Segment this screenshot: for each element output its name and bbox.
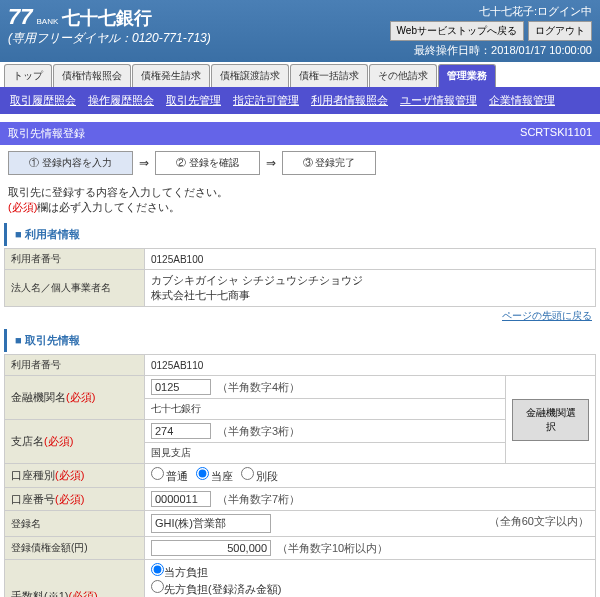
lbl-corp-name: 法人名／個人事業者名 [5, 270, 145, 307]
tab-top[interactable]: トップ [4, 64, 52, 87]
radio-futsuu[interactable] [151, 467, 164, 480]
lbl-account-type: 口座種別(必須) [5, 464, 145, 488]
lbl-user-no: 利用者番号 [5, 249, 145, 270]
val-corp-name: カブシキガイシャ シチジュウシチショウジ 株式会社七十七商事 [145, 270, 596, 307]
arrow-icon: ⇒ [139, 156, 149, 170]
sub-nav: 取引履歴照会 操作履歴照会 取引先管理 指定許可管理 利用者情報照会 ユーザ情報… [0, 87, 600, 114]
lbl-reg-name: 登録名 [5, 511, 145, 537]
lbl-fee: 手数料(※1)(必須) [5, 560, 145, 598]
radio-betsudan[interactable] [241, 467, 254, 480]
val-bank-name: 七十七銀行 [145, 399, 506, 420]
page-code: SCRTSKI1101 [520, 126, 592, 141]
branch-code-input[interactable]: 274 [151, 423, 211, 439]
page-title: 取引先情報登録 [8, 126, 85, 141]
val-branch-name: 国見支店 [145, 443, 506, 464]
lbl-bank: 金融機関名(必須) [5, 376, 145, 420]
partner-info-table: 利用者番号 0125AB110 金融機関名(必須) 0125（半角数字4桁） 金… [4, 354, 596, 597]
user-info-table: 利用者番号 0125AB100 法人名／個人事業者名 カブシキガイシャ シチジュ… [4, 248, 596, 307]
ws-top-button[interactable]: Webサービストップへ戻る [390, 21, 524, 41]
logo-77: 77 [8, 4, 32, 30]
val-bank-code: 0125（半角数字4桁） [145, 376, 506, 399]
free-dial: (専用フリーダイヤル：0120-771-713) [8, 30, 211, 47]
val-user-no: 0125AB100 [145, 249, 596, 270]
bank-name: 七十七銀行 [62, 6, 152, 30]
page-title-bar: 取引先情報登録 SCRTSKI1101 [0, 122, 600, 145]
lbl-account-no: 口座番号(必須) [5, 488, 145, 511]
section-user-info: ■ 利用者情報 [4, 223, 600, 246]
login-user: 七十七花子:ログイン中 [479, 4, 592, 19]
note-line2: 欄は必ず入力してください。 [37, 201, 180, 213]
lbl-amount: 登録債権金額(円) [5, 537, 145, 560]
step-1: ① 登録内容を入力 [8, 151, 133, 175]
lbl-branch: 支店名(必須) [5, 420, 145, 464]
bank-search-button[interactable]: 金融機関選択 [512, 399, 589, 441]
instruction-note: 取引先に登録する内容を入力してください。 (必須)欄は必ず入力してください。 [0, 181, 600, 219]
step-2: ② 登録を確認 [155, 151, 260, 175]
bank-code-input[interactable]: 0125 [151, 379, 211, 395]
tab-hassei[interactable]: 債権発生請求 [132, 64, 210, 87]
subnav-riyousha[interactable]: 利用者情報照会 [311, 93, 388, 108]
page-top-link[interactable]: ページの先頭に戻る [502, 310, 592, 321]
logo-bank-text: BANK [36, 17, 58, 26]
val-branch-code: 274（半角数字3桁） [145, 420, 506, 443]
account-type-radios: 普通 当座 別段 [151, 467, 589, 484]
radio-fee-senpou-reg[interactable] [151, 580, 164, 593]
arrow-icon: ⇒ [266, 156, 276, 170]
radio-touza[interactable] [196, 467, 209, 480]
tab-saiken-shoukai[interactable]: 債権情報照会 [53, 64, 131, 87]
step-indicator: ① 登録内容を入力 ⇒ ② 登録を確認 ⇒ ③ 登録完了 [0, 145, 600, 181]
subnav-torihiki-rireki[interactable]: 取引履歴照会 [10, 93, 76, 108]
required-mark: (必須) [8, 201, 37, 213]
reg-name-input[interactable]: GHI(株)営業部 [151, 514, 271, 533]
account-no-input[interactable]: 0000011 [151, 491, 211, 507]
tab-jouto[interactable]: 債権譲渡請求 [211, 64, 289, 87]
last-op-time: 最終操作日時：2018/01/17 10:00:00 [414, 43, 592, 58]
main-tabs: トップ 債権情報照会 債権発生請求 債権譲渡請求 債権一括請求 その他請求 管理… [0, 64, 600, 87]
tab-kanri[interactable]: 管理業務 [438, 64, 496, 87]
note-line1: 取引先に登録する内容を入力してください。 [8, 185, 592, 200]
section-partner-info: ■ 取引先情報 [4, 329, 600, 352]
val-fee: 当方負担 先方負担(登録済み金額) 先方負担(指定金額) 円（半角数字4桁以内）… [145, 560, 596, 598]
subnav-user[interactable]: ユーザ情報管理 [400, 93, 477, 108]
subnav-kigyou[interactable]: 企業情報管理 [489, 93, 555, 108]
step-3: ③ 登録完了 [282, 151, 377, 175]
lbl-partner-no: 利用者番号 [5, 355, 145, 376]
radio-fee-touhou[interactable] [151, 563, 164, 576]
amount-input[interactable]: 500,000 [151, 540, 271, 556]
logout-button[interactable]: ログアウト [528, 21, 592, 41]
header-bar: 77 BANK 七十七銀行 (専用フリーダイヤル：0120-771-713) 七… [0, 0, 600, 62]
subnav-sousa-rireki[interactable]: 操作履歴照会 [88, 93, 154, 108]
tab-sonota[interactable]: その他請求 [369, 64, 437, 87]
subnav-torihikisaki[interactable]: 取引先管理 [166, 93, 221, 108]
val-partner-no: 0125AB110 [145, 355, 596, 376]
tab-ikkatsu[interactable]: 債権一括請求 [290, 64, 368, 87]
subnav-shitei-kyoka[interactable]: 指定許可管理 [233, 93, 299, 108]
